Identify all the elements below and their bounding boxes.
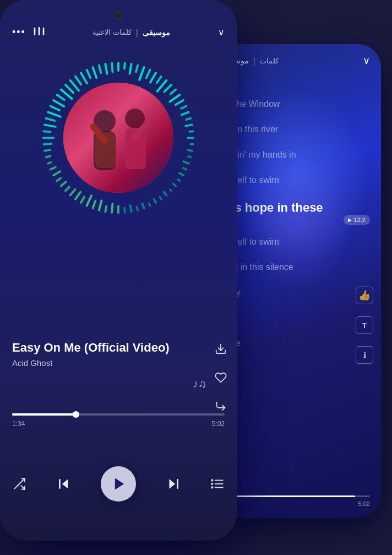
svg-rect-65 (43, 123, 57, 128)
svg-rect-42 (135, 206, 139, 212)
svg-rect-34 (176, 178, 181, 182)
svg-rect-50 (85, 194, 93, 207)
lyrics-line-5: myself to swim (221, 237, 370, 247)
camera-dot (115, 12, 122, 20)
album-art-placeholder (63, 83, 173, 193)
svg-rect-25 (184, 123, 193, 127)
svg-rect-78 (97, 64, 102, 74)
svg-marker-97 (169, 479, 175, 488)
thumbs-up-icon[interactable]: 👍 (356, 287, 373, 304)
lyrics-line-4: myself to swim (221, 175, 370, 185)
lyrics-line-8: d (221, 313, 370, 323)
svg-point-2 (34, 30, 35, 31)
svg-rect-26 (188, 130, 194, 133)
phone-fg: ••• كلمات الاغنية (0, 0, 237, 540)
next-button[interactable] (166, 477, 181, 491)
playback-controls (12, 466, 225, 502)
forward-icon[interactable] (213, 398, 229, 414)
svg-rect-11 (128, 63, 133, 75)
music-notes-icon: ♪♫ (193, 378, 206, 390)
svg-rect-32 (182, 166, 188, 171)
svg-rect-51 (79, 196, 85, 204)
lyrics-line-3: lashin' my hands in (221, 150, 370, 160)
total-time: 5:02 (212, 420, 225, 428)
menu-dots[interactable]: ••• (12, 26, 26, 38)
svg-rect-24 (185, 117, 192, 121)
queue-button[interactable] (210, 477, 225, 491)
lyrics-line-6: ning in this silence (221, 262, 370, 272)
svg-point-103 (211, 483, 213, 485)
svg-rect-13 (138, 66, 145, 82)
svg-point-8 (42, 31, 44, 33)
svg-rect-30 (187, 155, 192, 158)
music-tab-fg[interactable]: موسيقى (143, 28, 170, 37)
album-art-image (63, 83, 173, 193)
svg-rect-62 (42, 142, 52, 146)
lyrics-tab-fg[interactable]: كلمات الاغنية (92, 28, 132, 36)
svg-rect-31 (182, 160, 190, 165)
scene: موسيقى | كلمات ∨ ut The Window old in th… (0, 0, 392, 555)
svg-rect-60 (45, 155, 52, 159)
song-info: Easy On Me (Official Video) Acid Ghost (12, 341, 204, 368)
phone-bg-total-time: 5:02 (358, 500, 370, 507)
svg-rect-40 (148, 202, 151, 207)
equalizer-icon[interactable] (34, 27, 45, 38)
prev-button[interactable] (57, 477, 71, 491)
svg-rect-33 (178, 171, 184, 176)
svg-rect-59 (47, 161, 53, 165)
phone-bg-divider: | (253, 56, 255, 65)
svg-marker-94 (62, 479, 68, 488)
svg-point-102 (211, 479, 213, 481)
svg-rect-64 (42, 130, 51, 133)
svg-rect-58 (49, 166, 57, 171)
lyrics-line-active: e is hope in these (221, 201, 370, 215)
svg-rect-38 (158, 196, 162, 201)
heart-icon[interactable] (213, 369, 229, 386)
progress-track[interactable] (12, 413, 225, 416)
svg-rect-61 (43, 149, 51, 152)
svg-rect-45 (117, 205, 119, 214)
song-title: Easy On Me (Official Video) (12, 341, 204, 355)
current-time: 1:34 (12, 420, 25, 428)
svg-point-5 (38, 28, 40, 29)
lyrics-line-7: baby (221, 288, 370, 298)
svg-rect-79 (104, 63, 108, 75)
svg-rect-77 (91, 66, 98, 79)
phone-bg-right-icons: 👍 T ℹ (356, 287, 373, 364)
svg-rect-57 (52, 170, 62, 176)
lyrics-line-1: ut The Window (221, 99, 370, 109)
svg-rect-90 (63, 83, 173, 193)
svg-rect-76 (85, 68, 92, 79)
shuffle-button[interactable] (12, 477, 26, 491)
progress-section[interactable]: 1:34 5:02 (12, 413, 225, 428)
svg-rect-68 (49, 105, 61, 112)
progress-fill (12, 413, 76, 416)
svg-rect-10 (123, 62, 126, 69)
share2-icon[interactable] (213, 341, 229, 357)
svg-point-104 (211, 486, 213, 488)
info-icon[interactable]: ℹ (356, 346, 373, 364)
svg-rect-48 (97, 200, 103, 212)
svg-rect-21 (174, 99, 184, 106)
progress-thumb[interactable] (73, 411, 79, 418)
phone-bg-progress-fill (221, 495, 355, 497)
play-button[interactable] (101, 466, 136, 502)
svg-rect-29 (187, 149, 194, 152)
svg-rect-41 (141, 202, 145, 210)
text-icon[interactable]: T (356, 316, 373, 334)
phone-bg-lyrics-tab[interactable]: كلمات (260, 57, 279, 65)
svg-rect-80 (111, 62, 114, 73)
phone-bg-chevron[interactable]: ∨ (363, 55, 370, 67)
svg-rect-67 (47, 111, 62, 118)
svg-rect-9 (117, 62, 119, 72)
svg-rect-56 (56, 177, 62, 182)
phone-bg-progress-track (221, 495, 370, 497)
svg-rect-63 (42, 137, 55, 139)
svg-rect-46 (111, 202, 114, 213)
svg-rect-43 (129, 204, 133, 213)
svg-rect-12 (135, 64, 139, 73)
svg-rect-47 (104, 205, 107, 213)
chevron-down-icon[interactable]: ∨ (218, 27, 225, 37)
svg-rect-22 (180, 105, 188, 110)
svg-rect-39 (153, 198, 157, 204)
